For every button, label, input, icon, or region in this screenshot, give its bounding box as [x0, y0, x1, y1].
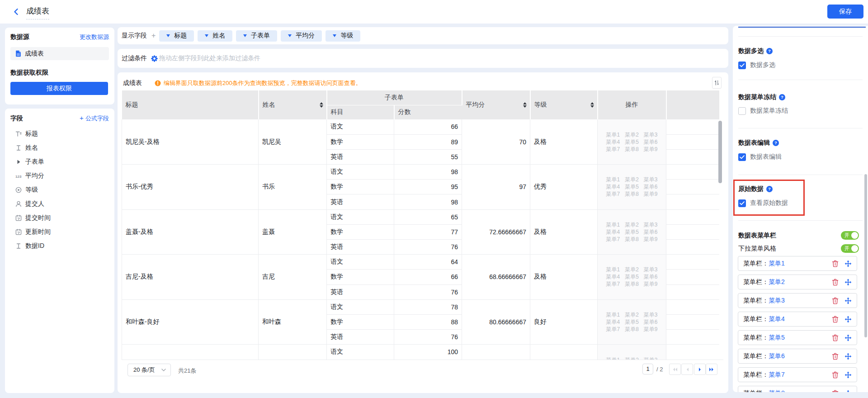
change-datasource-link[interactable]: 更改数据源: [80, 33, 109, 41]
dropdown-style-toggle[interactable]: 开: [841, 244, 859, 253]
row-menu-link[interactable]: 菜单1: [606, 266, 620, 273]
table-scrollbar[interactable]: [718, 121, 722, 183]
row-menu-link[interactable]: 菜单8: [625, 236, 639, 243]
row-menu-link[interactable]: 菜单4: [606, 228, 620, 236]
field-item[interactable]: 等级: [10, 183, 109, 197]
row-menu-link[interactable]: 菜单6: [644, 318, 658, 326]
row-menu-link[interactable]: 菜单3: [644, 131, 658, 138]
current-page-box[interactable]: 1: [642, 364, 653, 374]
row-menu-link[interactable]: 菜单2: [625, 131, 639, 138]
display-field-chip[interactable]: 标题: [159, 30, 194, 42]
column-header-avg[interactable]: 平均分: [462, 90, 530, 119]
row-menu-link[interactable]: 菜单2: [625, 356, 639, 360]
row-menu-link[interactable]: 菜单6: [644, 228, 658, 236]
row-menu-link[interactable]: 菜单6: [644, 138, 658, 146]
trash-icon[interactable]: [832, 353, 839, 360]
field-item[interactable]: 数据ID: [10, 239, 109, 253]
row-menu-link[interactable]: 菜单1: [606, 176, 620, 183]
sort-icon[interactable]: [320, 102, 323, 108]
field-item[interactable]: 子表单: [10, 155, 109, 169]
help-icon[interactable]: ?: [773, 140, 779, 146]
field-item[interactable]: 提交时间: [10, 211, 109, 225]
trash-icon[interactable]: [832, 316, 839, 323]
menubar-item-link[interactable]: 菜单7: [769, 371, 785, 379]
sort-icon[interactable]: [590, 102, 594, 108]
move-icon[interactable]: [844, 316, 852, 323]
display-field-chip[interactable]: 平均分: [281, 30, 322, 42]
checkbox-row[interactable]: 数据多选: [738, 61, 775, 69]
menubar-item-link[interactable]: 菜单2: [769, 278, 785, 286]
checkbox-row[interactable]: 查看原始数据: [738, 199, 788, 207]
row-menu-link[interactable]: 菜单9: [644, 190, 658, 198]
menubar-toggle[interactable]: 开: [841, 231, 859, 240]
help-icon[interactable]: ?: [779, 94, 785, 100]
help-icon[interactable]: ?: [766, 186, 773, 192]
trash-icon[interactable]: [832, 297, 839, 304]
row-menu-link[interactable]: 菜单1: [606, 131, 620, 138]
checkbox-unchecked[interactable]: [738, 107, 746, 115]
formula-field-link[interactable]: + 公式字段: [80, 114, 109, 123]
row-menu-link[interactable]: 菜单3: [644, 221, 658, 228]
row-menu-link[interactable]: 菜单3: [644, 266, 658, 273]
trash-icon[interactable]: [832, 260, 839, 267]
checkbox-checked[interactable]: [738, 199, 746, 207]
checkbox-row[interactable]: 数据表编辑: [738, 153, 782, 161]
move-icon[interactable]: [844, 297, 852, 304]
first-page-icon[interactable]: [669, 364, 681, 375]
checkbox-row[interactable]: 数据菜单冻结: [738, 107, 788, 115]
field-item[interactable]: 提交人: [10, 197, 109, 211]
move-icon[interactable]: [844, 353, 852, 360]
add-display-field-icon[interactable]: +: [151, 32, 156, 40]
checkbox-checked[interactable]: [738, 153, 746, 161]
display-field-chip[interactable]: 子表单: [236, 30, 277, 42]
menubar-item-link[interactable]: 菜单5: [769, 334, 785, 342]
page-size-select[interactable]: 20 条/页: [127, 364, 171, 376]
move-icon[interactable]: [844, 390, 852, 393]
row-menu-link[interactable]: 菜单8: [625, 280, 639, 288]
display-field-chip[interactable]: 姓名: [198, 30, 232, 42]
row-menu-link[interactable]: 菜单6: [644, 273, 658, 280]
move-icon[interactable]: [844, 334, 852, 341]
field-item[interactable]: 平均分: [10, 169, 109, 183]
row-menu-link[interactable]: 菜单7: [606, 326, 620, 333]
row-menu-link[interactable]: 菜单1: [606, 311, 620, 318]
back-icon[interactable]: [11, 6, 22, 17]
row-menu-link[interactable]: 菜单3: [644, 311, 658, 318]
row-menu-link[interactable]: 菜单7: [606, 146, 620, 153]
row-menu-link[interactable]: 菜单9: [644, 236, 658, 243]
trash-icon[interactable]: [832, 279, 839, 286]
row-menu-link[interactable]: 菜单4: [606, 138, 620, 146]
datasource-item[interactable]: 成绩表: [10, 47, 109, 60]
move-icon[interactable]: [844, 260, 852, 267]
previous-page-icon[interactable]: [681, 364, 693, 375]
last-page-icon[interactable]: [706, 364, 717, 375]
row-menu-link[interactable]: 菜单7: [606, 190, 620, 198]
row-menu-link[interactable]: 菜单5: [625, 273, 639, 280]
menubar-item-link[interactable]: 菜单1: [769, 260, 785, 268]
row-menu-link[interactable]: 菜单2: [625, 221, 639, 228]
column-header-subform[interactable]: 子表单: [327, 90, 462, 105]
menubar-item-link[interactable]: 菜单6: [769, 352, 785, 360]
menubar-item-link[interactable]: 菜单3: [769, 297, 785, 305]
row-menu-link[interactable]: 菜单3: [644, 176, 658, 183]
column-header-ops[interactable]: 操作: [598, 90, 666, 119]
row-menu-link[interactable]: 菜单5: [625, 138, 639, 146]
row-menu-link[interactable]: 菜单1: [606, 221, 620, 228]
row-menu-link[interactable]: 菜单3: [644, 356, 658, 360]
column-header-score[interactable]: 分数: [394, 105, 462, 119]
row-menu-link[interactable]: 菜单5: [625, 318, 639, 326]
row-menu-link[interactable]: 菜单5: [625, 183, 639, 190]
row-menu-link[interactable]: 菜单8: [625, 146, 639, 153]
row-menu-link[interactable]: 菜单1: [606, 356, 620, 360]
field-item[interactable]: 更新时间: [10, 225, 109, 239]
sort-order-icon[interactable]: [712, 77, 722, 89]
trash-icon[interactable]: [832, 371, 839, 379]
row-menu-link[interactable]: 菜单2: [625, 311, 639, 318]
move-icon[interactable]: [844, 279, 852, 286]
field-item[interactable]: 姓名: [10, 141, 109, 155]
row-menu-link[interactable]: 菜单9: [644, 146, 658, 153]
checkbox-checked[interactable]: [738, 62, 746, 69]
row-menu-link[interactable]: 菜单9: [644, 326, 658, 333]
sort-icon[interactable]: [523, 102, 527, 108]
column-header-name[interactable]: 姓名: [259, 90, 327, 119]
